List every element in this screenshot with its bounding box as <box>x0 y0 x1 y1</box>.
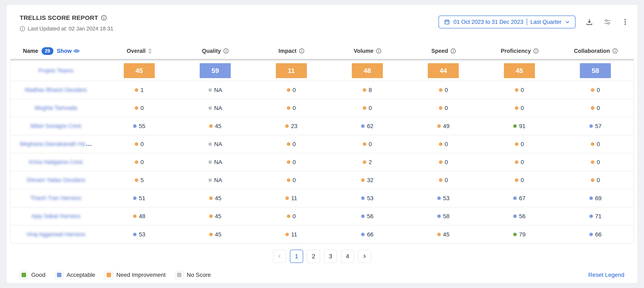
info-icon[interactable] <box>299 48 304 54</box>
date-range-button[interactable]: 01 Oct 2023 to 31 Dec 2023 Last Quarter <box>438 16 576 28</box>
score-level-dot <box>591 88 594 92</box>
score-cell-impact: 0 <box>253 159 329 166</box>
legend-color-square <box>177 273 182 277</box>
score-level-dot <box>287 106 290 110</box>
member-name-link[interactable]: Shivam Yadav Devdans <box>26 177 86 183</box>
title-info-icon[interactable] <box>101 15 107 21</box>
name-cell: Projets Teams <box>10 68 101 74</box>
column-header-proficiency[interactable]: Proficiency <box>482 48 558 54</box>
score-value: 0 <box>521 87 524 93</box>
score-cell-speed: 44 <box>406 63 481 78</box>
column-header-volume[interactable]: Volume <box>330 48 406 54</box>
info-icon[interactable] <box>376 48 382 54</box>
score-value: 0 <box>445 177 448 184</box>
score-value: 11 <box>291 231 297 238</box>
member-name-link[interactable]: Meghana Deerakanath Ha <box>20 141 85 147</box>
table-row: Meghla Tamvada0NA00000 <box>10 99 634 117</box>
score-value: 0 <box>445 105 448 111</box>
score-level-dot <box>285 196 289 200</box>
show-label: Show <box>57 48 72 54</box>
info-icon[interactable] <box>223 48 229 54</box>
last-updated-info-icon[interactable] <box>20 26 25 32</box>
member-name-link[interactable]: Projets Teams <box>38 68 74 74</box>
member-name-link[interactable]: Thanh Tran Harness <box>30 195 81 201</box>
column-header-impact[interactable]: Impact <box>253 48 330 54</box>
score-level-dot <box>135 160 138 164</box>
score-value: 57 <box>595 123 602 130</box>
score-level-dot <box>515 160 518 164</box>
score-level-dot <box>208 178 212 182</box>
score-value: NA <box>214 105 222 111</box>
name-cell: Viraj Agganwal Harness <box>10 231 101 238</box>
legend-label: Acceptable <box>67 272 96 278</box>
score-level-dot <box>135 142 138 146</box>
column-header-label: Quality <box>202 48 221 54</box>
legend-item-need-improvement[interactable]: Need Improvement <box>105 271 166 279</box>
table-row: Milan Sonagra Crest55452362499157 <box>10 117 634 135</box>
score-value: 66 <box>367 231 373 238</box>
score-level-dot <box>287 88 290 92</box>
more-vertical-icon[interactable] <box>622 18 629 26</box>
legend-item-good[interactable]: Good <box>20 271 46 279</box>
download-icon[interactable] <box>586 18 593 26</box>
score-value: 0 <box>140 141 144 148</box>
pagination-prev-button[interactable] <box>273 250 286 263</box>
column-header-quality[interactable]: Quality <box>177 48 254 54</box>
member-name-link[interactable]: Madhav Bhasin Devdans <box>25 87 87 93</box>
legend-item-acceptable[interactable]: Acceptable <box>55 271 96 279</box>
pagination-page-1[interactable]: 1 <box>290 250 303 263</box>
info-icon[interactable] <box>450 48 456 54</box>
pagination-page-3[interactable]: 3 <box>324 250 337 263</box>
column-header-speed[interactable]: Speed <box>406 48 482 54</box>
score-cell-proficiency: 45 <box>481 63 557 78</box>
column-header-label: Impact <box>278 48 296 54</box>
footer: GoodAcceptableNeed ImprovementNo Score R… <box>20 271 624 279</box>
score-value: 0 <box>292 87 296 93</box>
score-level-dot <box>437 124 441 128</box>
score-cell-proficiency: 0 <box>481 177 557 184</box>
score-cell-proficiency: 56 <box>481 213 557 220</box>
legend-color-square <box>106 273 111 277</box>
score-level-dot <box>208 106 212 110</box>
score-level-dot <box>439 160 442 164</box>
score-level-dot <box>591 178 594 182</box>
score-level-dot <box>208 88 212 92</box>
score-cell-impact: 23 <box>253 123 329 130</box>
toolbar: 01 Oct 2023 to 31 Dec 2023 Last Quarter <box>438 16 629 28</box>
score-level-dot <box>208 160 212 164</box>
member-name-link[interactable]: Milan Sonagra Crest <box>30 123 81 129</box>
score-cell-collaboration: 0 <box>558 105 634 111</box>
score-cell-collaboration: 0 <box>558 159 634 166</box>
pagination-page-4[interactable]: 4 <box>341 250 354 263</box>
pagination-page-2[interactable]: 2 <box>307 250 320 263</box>
score-badge: 45 <box>124 63 155 78</box>
score-value: NA <box>214 141 222 148</box>
column-header-collaboration[interactable]: Collaboration <box>558 48 634 54</box>
score-value: 0 <box>521 159 524 166</box>
score-level-dot <box>589 233 593 236</box>
score-cell-proficiency: 67 <box>481 195 557 202</box>
score-cell-quality: NA <box>177 141 253 148</box>
legend-item-no-score[interactable]: No Score <box>175 271 211 279</box>
score-value: NA <box>214 87 222 93</box>
member-name-link[interactable]: Viraj Agganwal Harness <box>26 231 86 238</box>
score-level-dot <box>513 124 517 128</box>
column-settings-icon[interactable] <box>603 18 612 26</box>
pagination-next-button[interactable] <box>358 250 371 263</box>
member-name-link[interactable]: Meghla Tamvada <box>34 105 77 111</box>
score-value: 0 <box>368 141 372 148</box>
score-value: 69 <box>595 195 602 202</box>
show-names-button[interactable]: Show <box>57 48 80 54</box>
info-icon[interactable] <box>612 48 618 54</box>
reset-legend-link[interactable]: Reset Legend <box>588 272 624 278</box>
member-name-link[interactable]: Krina Hadgama Crest <box>29 159 83 165</box>
score-cell-volume: 56 <box>329 213 405 220</box>
member-name-link[interactable]: Ajay Sakat Harness <box>31 213 80 219</box>
info-icon[interactable] <box>533 48 539 54</box>
score-value: 0 <box>292 105 296 111</box>
name-cell: Krina Hadgama Crest <box>10 159 101 165</box>
legend-label: No Score <box>187 272 211 278</box>
column-header-overall[interactable]: Overall <box>101 48 177 54</box>
score-badge: 44 <box>428 63 459 78</box>
sort-icon[interactable] <box>148 48 152 54</box>
